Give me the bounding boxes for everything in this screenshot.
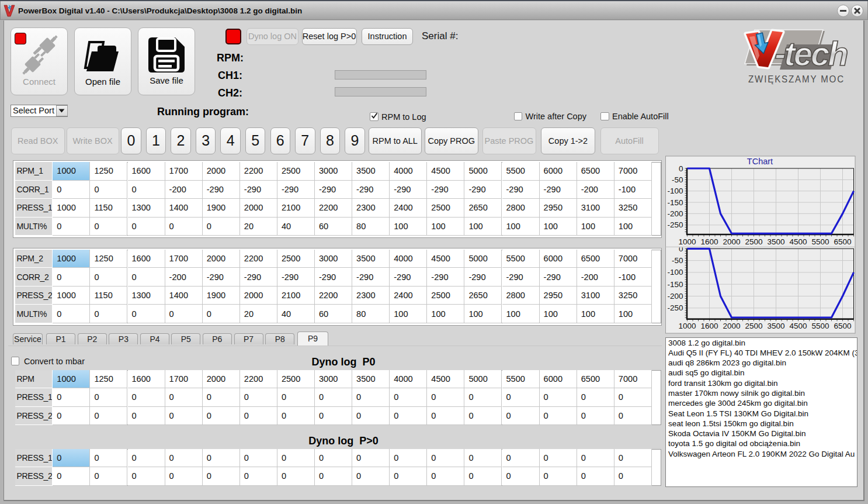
svg-text:-tech: -tech xyxy=(775,34,847,73)
svg-text:0: 0 xyxy=(679,164,683,173)
svg-text:TChart: TChart xyxy=(747,157,773,166)
svg-text:3500: 3500 xyxy=(767,237,784,246)
svg-text:2500: 2500 xyxy=(745,322,762,330)
svg-text:-200: -200 xyxy=(667,292,683,301)
svg-text:1600: 1600 xyxy=(700,237,718,246)
svg-text:2500: 2500 xyxy=(745,237,762,246)
svg-text:4500: 4500 xyxy=(789,322,807,330)
svg-text:ZWIĘKSZAMY MOC: ZWIĘKSZAMY MOC xyxy=(748,74,845,84)
svg-text:1000: 1000 xyxy=(678,237,696,246)
svg-text:1600: 1600 xyxy=(700,322,718,330)
svg-text:6500: 6500 xyxy=(834,237,851,246)
svg-text:-150: -150 xyxy=(667,198,683,207)
svg-text:6500: 6500 xyxy=(834,322,851,330)
svg-text:1000: 1000 xyxy=(678,322,696,330)
svg-text:-250: -250 xyxy=(667,303,683,312)
svg-text:5500: 5500 xyxy=(811,322,829,330)
svg-text:4500: 4500 xyxy=(789,237,807,246)
svg-text:-100: -100 xyxy=(667,268,683,277)
svg-text:-150: -150 xyxy=(667,280,683,289)
svg-text:2000: 2000 xyxy=(723,237,740,246)
svg-text:-200: -200 xyxy=(667,209,683,218)
svg-text:-50: -50 xyxy=(672,175,683,184)
svg-text:2000: 2000 xyxy=(723,322,740,330)
svg-text:5500: 5500 xyxy=(811,237,829,246)
svg-text:-100: -100 xyxy=(667,187,683,195)
svg-text:-250: -250 xyxy=(667,220,683,229)
svg-text:-50: -50 xyxy=(672,256,683,265)
svg-text:3500: 3500 xyxy=(767,322,784,330)
